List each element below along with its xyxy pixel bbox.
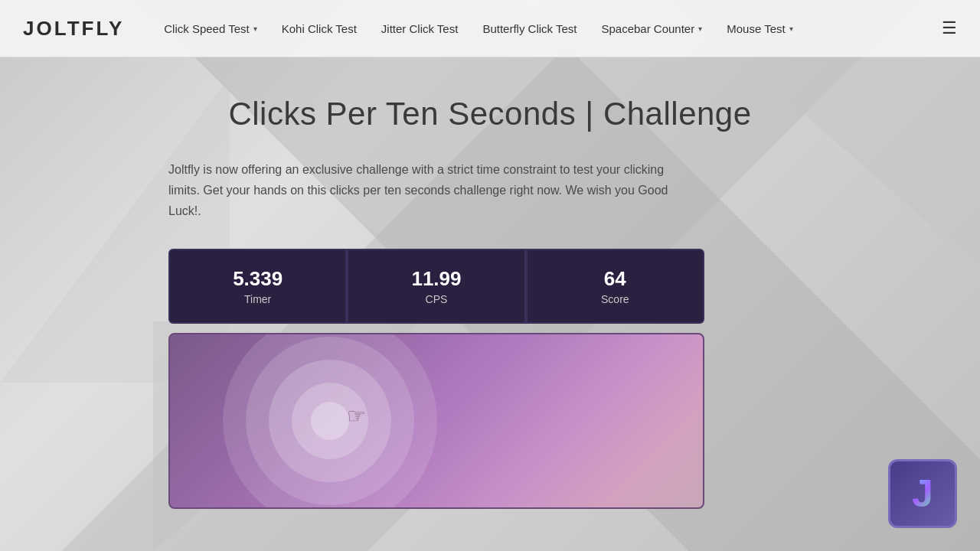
score-stat-box: 64 Score: [526, 249, 704, 324]
chevron-down-icon: ▾: [253, 24, 257, 33]
nav-link-mouse[interactable]: Mouse Test ▾: [717, 16, 802, 41]
nav-link-spacebar[interactable]: Spacebar Counter ▾: [592, 16, 711, 41]
nav-item-jitter[interactable]: Jitter Click Test: [372, 16, 468, 41]
floating-logo-widget[interactable]: J: [888, 459, 957, 528]
chevron-down-icon-3: ▾: [789, 24, 793, 33]
nav-item-click-speed[interactable]: Click Speed Test ▾: [155, 16, 266, 41]
timer-label: Timer: [244, 293, 271, 305]
nav-item-spacebar[interactable]: Spacebar Counter ▾: [592, 16, 711, 41]
click-area[interactable]: ☞: [168, 333, 704, 509]
score-label: Score: [601, 293, 629, 305]
nav-link-jitter[interactable]: Jitter Click Test: [372, 16, 468, 41]
floating-logo-letter: J: [912, 471, 933, 516]
navbar: JOLTFLY Click Speed Test ▾ Kohi Click Te…: [0, 0, 980, 57]
chevron-down-icon-2: ▾: [698, 24, 702, 33]
nav-link-click-speed[interactable]: Click Speed Test ▾: [155, 16, 266, 41]
nav-link-kohi[interactable]: Kohi Click Test: [273, 16, 366, 41]
cps-label: CPS: [426, 293, 448, 305]
site-logo[interactable]: JOLTFLY: [23, 17, 124, 41]
nav-link-butterfly[interactable]: Butterfly Click Test: [473, 16, 586, 41]
nav-menu: Click Speed Test ▾ Kohi Click Test Jitte…: [155, 16, 942, 41]
nav-item-kohi[interactable]: Kohi Click Test: [273, 16, 366, 41]
score-value: 64: [604, 267, 626, 291]
timer-stat-box: 5.339 Timer: [168, 249, 347, 324]
cps-stat-box: 11.99 CPS: [347, 249, 525, 324]
nav-item-butterfly[interactable]: Butterfly Click Test: [473, 16, 586, 41]
page-title: Clicks Per Ten Seconds | Challenge: [168, 96, 812, 132]
nav-item-mouse[interactable]: Mouse Test ▾: [717, 16, 802, 41]
stats-row: 5.339 Timer 11.99 CPS 64 Score: [168, 249, 704, 324]
cps-value: 11.99: [411, 267, 461, 291]
timer-value: 5.339: [233, 267, 283, 291]
page-description: Joltfly is now offering an exclusive cha…: [168, 159, 689, 222]
main-content: Clicks Per Ten Seconds | Challenge Joltf…: [145, 57, 835, 532]
hamburger-menu-button[interactable]: ☰: [942, 18, 957, 38]
